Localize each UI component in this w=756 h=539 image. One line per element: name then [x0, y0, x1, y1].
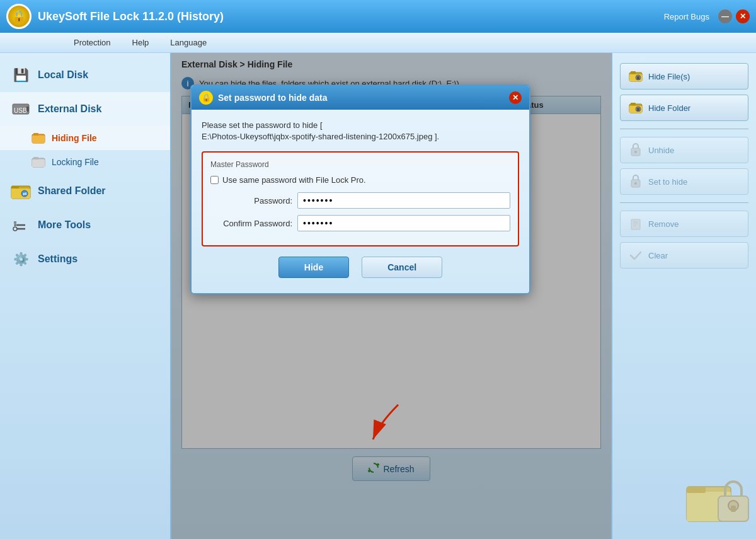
- clear-label: Clear: [648, 251, 668, 260]
- menu-bar: Protection Help Language: [0, 33, 756, 53]
- svg-point-31: [634, 182, 637, 185]
- hide-folder-button[interactable]: Hide Folder: [620, 95, 748, 121]
- locking-file-icon: [32, 155, 45, 169]
- password-section-title: Master Password: [210, 160, 510, 169]
- more-tools-label: More Tools: [38, 219, 91, 231]
- content-area: External Disk > Hiding File i You can hi…: [171, 53, 611, 539]
- same-password-row: Use same password with File Lock Pro.: [210, 175, 510, 185]
- divider2: [620, 202, 748, 203]
- modal-body: Please set the password to hide [ E:\Pho…: [192, 110, 529, 293]
- svg-rect-27: [637, 108, 639, 111]
- svg-rect-25: [631, 103, 636, 105]
- lock-illustration: [684, 468, 753, 533]
- sidebar-item-settings[interactable]: ⚙️ Settings: [0, 242, 170, 276]
- window-controls: Report Bugs — ✕: [664, 9, 750, 23]
- minimize-button[interactable]: —: [718, 9, 732, 23]
- sidebar: 💾 Local Disk USB External Disk: [0, 53, 171, 539]
- local-disk-icon: 💾: [10, 64, 32, 86]
- lock-icon: 🔒: [12, 9, 26, 23]
- modal-buttons: Hide Cancel: [202, 246, 519, 283]
- report-bugs-label: Report Bugs: [664, 12, 709, 21]
- external-disk-icon: USB: [10, 98, 32, 120]
- same-password-label: Use same password with File Lock Pro.: [222, 175, 366, 185]
- svg-rect-5: [33, 133, 38, 136]
- svg-rect-11: [11, 186, 19, 188]
- sidebar-item-more-tools[interactable]: More Tools: [0, 208, 170, 242]
- svg-rect-2: [26, 107, 29, 112]
- arrow-indicator: [360, 398, 411, 451]
- svg-rect-22: [637, 76, 639, 79]
- hide-files-icon: [628, 69, 643, 84]
- modal-overlay: 🔒 Set password to hide data ✕ Please set…: [171, 53, 611, 539]
- password-modal: 🔒 Set password to hide data ✕ Please set…: [190, 84, 530, 294]
- local-disk-label: Local Disk: [38, 69, 88, 81]
- menu-language[interactable]: Language: [159, 35, 217, 50]
- hide-files-label: Hide File(s): [648, 72, 690, 81]
- modal-title-bar: 🔒 Set password to hide data ✕: [192, 86, 529, 110]
- password-section: Master Password Use same password with F…: [202, 151, 519, 246]
- hide-files-button[interactable]: Hide File(s): [620, 63, 748, 90]
- sidebar-item-local-disk[interactable]: 💾 Local Disk: [0, 58, 170, 92]
- settings-label: Settings: [38, 253, 77, 265]
- unhide-button[interactable]: Unhide: [620, 137, 748, 163]
- svg-rect-20: [631, 71, 636, 74]
- shared-folder-icon: ⇄: [10, 180, 32, 202]
- main-layout: 💾 Local Disk USB External Disk: [0, 53, 756, 539]
- svg-rect-32: [631, 219, 640, 229]
- menu-protection[interactable]: Protection: [63, 35, 122, 50]
- locking-file-label: Locking File: [52, 157, 99, 167]
- external-disk-label: External Disk: [38, 103, 101, 115]
- svg-rect-8: [33, 157, 38, 159]
- close-button[interactable]: ✕: [736, 9, 750, 23]
- svg-rect-7: [32, 159, 45, 167]
- svg-rect-4: [32, 136, 45, 143]
- same-password-checkbox[interactable]: [210, 176, 219, 184]
- set-to-hide-label: Set to hide: [648, 177, 687, 187]
- app-logo: 🔒: [6, 4, 32, 29]
- remove-icon: [628, 216, 643, 231]
- more-tools-icon: [10, 214, 32, 236]
- confirm-password-field-row: Confirm Password:: [210, 215, 510, 231]
- unhide-icon: [628, 142, 643, 158]
- settings-icon: ⚙️: [10, 248, 32, 270]
- password-field-row: Password:: [210, 192, 510, 209]
- title-bar: 🔒 UkeySoft File Lock 11.2.0 (History) Re…: [0, 0, 756, 33]
- modal-title: Set password to hide data: [218, 93, 504, 103]
- unhide-label: Unhide: [648, 146, 674, 155]
- modal-title-icon: 🔒: [199, 91, 213, 105]
- hide-folder-label: Hide Folder: [648, 103, 690, 113]
- confirm-password-input[interactable]: [297, 215, 510, 231]
- right-panel: Hide File(s) Hide Folder: [611, 53, 756, 539]
- svg-rect-38: [687, 487, 706, 493]
- sidebar-item-shared-folder[interactable]: ⇄ Shared Folder: [0, 174, 170, 208]
- sidebar-item-external-disk[interactable]: USB External Disk: [0, 92, 170, 126]
- set-to-hide-button[interactable]: Set to hide: [620, 168, 748, 195]
- clear-button[interactable]: Clear: [620, 242, 748, 269]
- svg-point-29: [634, 151, 637, 153]
- modal-description: Please set the password to hide [ E:\Pho…: [202, 120, 519, 142]
- shared-folder-label: Shared Folder: [38, 185, 106, 197]
- hide-folder-icon: [628, 100, 643, 115]
- svg-text:⇄: ⇄: [23, 191, 27, 197]
- sidebar-sub-item-hiding-file[interactable]: Hiding File: [0, 126, 170, 150]
- modal-close-button[interactable]: ✕: [509, 91, 522, 104]
- set-to-hide-icon: [628, 174, 643, 189]
- password-label: Password:: [210, 196, 292, 206]
- sidebar-sub-item-locking-file[interactable]: Locking File: [0, 150, 170, 174]
- password-input[interactable]: [297, 192, 510, 209]
- remove-label: Remove: [648, 219, 679, 229]
- hiding-file-icon: [32, 131, 45, 145]
- clear-icon: [628, 248, 643, 263]
- remove-button[interactable]: Remove: [620, 211, 748, 237]
- svg-rect-41: [731, 506, 736, 512]
- app-title: UkeySoft File Lock 11.2.0 (History): [38, 10, 664, 23]
- confirm-password-label: Confirm Password:: [210, 219, 292, 228]
- hide-button[interactable]: Hide: [278, 257, 349, 278]
- cancel-button[interactable]: Cancel: [362, 257, 442, 278]
- menu-help[interactable]: Help: [122, 35, 160, 50]
- divider1: [620, 129, 748, 129]
- svg-text:USB: USB: [14, 107, 27, 114]
- hiding-file-label: Hiding File: [52, 133, 97, 143]
